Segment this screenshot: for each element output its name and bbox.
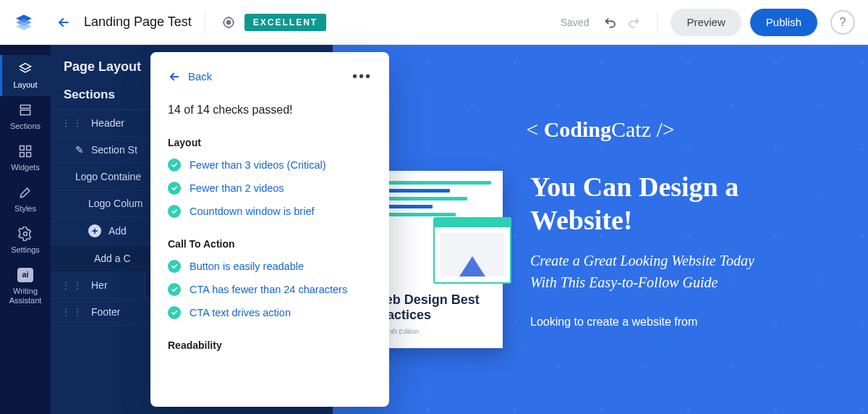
quality-checks-popover: Back ••• 14 of 14 checks passed! Layout … bbox=[150, 52, 389, 407]
tree-label: Header bbox=[91, 117, 124, 129]
rail-item-writing-assistant[interactable]: ai Writing Assistant bbox=[0, 261, 51, 313]
pencil-icon: ✎ bbox=[75, 144, 84, 156]
rail-label: Styles bbox=[14, 204, 36, 213]
check-item[interactable]: CTA has fewer than 24 characters bbox=[168, 283, 372, 296]
rail-item-sections[interactable]: Sections bbox=[0, 96, 51, 138]
page-title: Landing Page Test bbox=[84, 14, 192, 30]
brand-title: < CodingCatz /> bbox=[333, 117, 868, 142]
popover-section-title: Layout bbox=[168, 137, 372, 148]
hero-heading: You Can Design a Website! bbox=[530, 171, 825, 237]
popover-section-title: Call To Action bbox=[168, 238, 372, 250]
rail-item-settings[interactable]: Settings bbox=[0, 220, 51, 261]
tree-label: Section St bbox=[91, 144, 137, 156]
widgets-icon bbox=[17, 143, 33, 159]
check-item[interactable]: CTA text drives action bbox=[168, 306, 372, 319]
popover-back-button[interactable]: Back bbox=[168, 70, 212, 83]
app-logo-icon[interactable] bbox=[13, 12, 35, 33]
styles-icon bbox=[17, 185, 33, 200]
drag-handle-icon[interactable]: ⋮⋮ bbox=[61, 306, 84, 318]
divider bbox=[657, 12, 658, 33]
svg-rect-7 bbox=[27, 153, 31, 157]
rail-label: Writing Assistant bbox=[0, 287, 51, 305]
layers-icon bbox=[17, 61, 33, 77]
top-bar: Landing Page Test EXCELLENT Saved Previe… bbox=[0, 0, 868, 45]
preview-button[interactable]: Preview bbox=[671, 9, 741, 36]
quality-badge[interactable]: EXCELLENT bbox=[244, 14, 326, 31]
check-item[interactable]: Fewer than 3 videos (Critical) bbox=[168, 159, 372, 172]
check-icon bbox=[168, 260, 181, 273]
more-menu-icon[interactable]: ••• bbox=[352, 68, 372, 85]
hero-subheading: Create a Great Looking Website Today Wit… bbox=[530, 250, 762, 293]
check-icon bbox=[168, 306, 181, 319]
svg-rect-3 bbox=[20, 110, 30, 115]
publish-button[interactable]: Publish bbox=[750, 9, 817, 36]
tree-label: Add bbox=[109, 225, 127, 237]
rail-item-widgets[interactable]: Widgets bbox=[0, 138, 51, 179]
back-arrow-icon[interactable] bbox=[52, 11, 75, 34]
check-item[interactable]: Button is easily readable bbox=[168, 260, 372, 273]
svg-point-8 bbox=[24, 232, 27, 236]
browser-thumbnail-icon bbox=[433, 217, 511, 284]
help-icon[interactable]: ? bbox=[830, 10, 855, 35]
tree-label: Footer bbox=[91, 306, 120, 318]
check-icon bbox=[168, 182, 181, 195]
undo-icon[interactable] bbox=[600, 12, 622, 33]
drag-handle-icon[interactable]: ⋮⋮ bbox=[61, 117, 84, 129]
saved-label: Saved bbox=[561, 17, 590, 28]
check-item[interactable]: Fewer than 2 videos bbox=[168, 182, 372, 195]
svg-rect-4 bbox=[20, 146, 25, 151]
check-label: Fewer than 2 videos bbox=[190, 182, 284, 194]
check-label: CTA text drives action bbox=[190, 307, 291, 318]
rail-label: Settings bbox=[11, 245, 40, 254]
svg-rect-6 bbox=[20, 153, 25, 157]
settings-icon bbox=[17, 226, 33, 242]
check-icon bbox=[168, 283, 181, 296]
rail-label: Sections bbox=[10, 122, 41, 130]
tree-label: Logo Containe bbox=[75, 171, 141, 182]
target-icon[interactable] bbox=[218, 12, 239, 33]
check-label: Button is easily readable bbox=[190, 261, 304, 272]
tree-label: Her bbox=[91, 279, 108, 291]
tree-label: Logo Colum bbox=[88, 198, 143, 209]
rail-item-layout[interactable]: Layout bbox=[0, 55, 51, 96]
hero-body: Looking to create a website from bbox=[530, 313, 762, 331]
tree-label: Add a C bbox=[94, 253, 131, 264]
check-item[interactable]: Countdown window is brief bbox=[168, 205, 372, 218]
popover-summary: 14 of 14 checks passed! bbox=[168, 104, 372, 117]
rail-item-styles[interactable]: Styles bbox=[0, 179, 51, 220]
check-label: Countdown window is brief bbox=[190, 206, 314, 217]
left-rail: Layout Sections Widgets Styles Settings … bbox=[0, 45, 51, 414]
check-icon bbox=[168, 159, 181, 172]
ai-icon: ai bbox=[17, 267, 33, 283]
book-title: Web Design Best Practices bbox=[373, 292, 503, 324]
plus-icon[interactable]: + bbox=[88, 224, 101, 237]
check-label: Fewer than 3 videos (Critical) bbox=[190, 159, 326, 171]
check-icon bbox=[168, 205, 181, 218]
divider bbox=[205, 12, 205, 33]
svg-rect-5 bbox=[27, 146, 31, 151]
drag-handle-icon[interactable]: ⋮⋮ bbox=[61, 279, 84, 291]
popover-back-label: Back bbox=[188, 70, 212, 83]
rail-label: Layout bbox=[13, 80, 37, 89]
sections-icon bbox=[17, 102, 33, 118]
svg-point-1 bbox=[226, 20, 230, 24]
popover-section-title: Readability bbox=[168, 339, 372, 351]
check-label: CTA has fewer than 24 characters bbox=[190, 284, 347, 295]
svg-rect-2 bbox=[20, 105, 30, 108]
rail-label: Widgets bbox=[11, 163, 40, 172]
redo-icon bbox=[622, 12, 644, 33]
canvas-preview: < CodingCatz /> Web Design Best Practice… bbox=[333, 45, 868, 414]
